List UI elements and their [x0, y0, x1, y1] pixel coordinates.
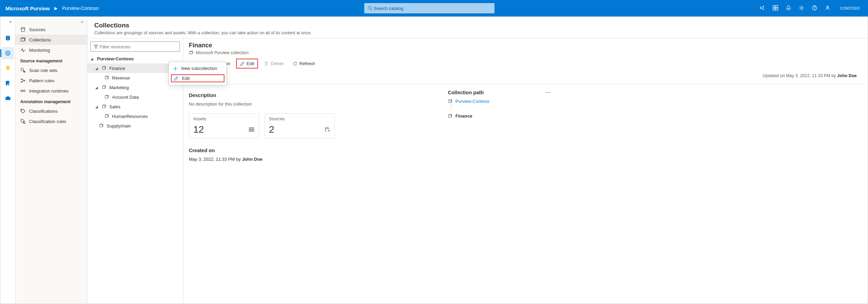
svg-point-11	[7, 52, 9, 54]
section-annotation-management: Annotation management	[15, 96, 87, 106]
svg-line-1	[371, 9, 372, 11]
megaphone-icon[interactable]	[760, 5, 765, 12]
rail-data-map[interactable]	[2, 32, 14, 44]
ctx-edit[interactable]: Edit	[171, 74, 224, 82]
tree-label: Marketing	[109, 85, 129, 90]
collection-icon	[102, 85, 107, 90]
svg-rect-34	[249, 127, 254, 131]
panel-collapse-icon[interactable]: ‹‹	[15, 17, 87, 24]
svg-rect-5	[776, 8, 778, 10]
nav-sources[interactable]: Sources	[15, 24, 87, 35]
collection-icon	[99, 123, 104, 128]
nav-integration-runtimes[interactable]: Integration runtimes	[15, 86, 87, 96]
card-label: Sources	[269, 117, 330, 121]
svg-rect-28	[102, 86, 105, 89]
tree-label: Finance	[109, 66, 125, 71]
svg-point-6	[801, 7, 802, 8]
page-title: Collections	[94, 22, 861, 29]
nav-label: Scan rule sets	[29, 68, 57, 73]
svg-rect-37	[449, 115, 451, 117]
delete-button: Delete	[261, 59, 287, 68]
nav-pattern-rules[interactable]: Pattern rules	[15, 75, 87, 86]
sources-icon	[20, 27, 26, 32]
updated-text: Updated on May 3, 2022, 11:33 PM by John…	[763, 73, 857, 78]
page-subtitle: Collections are groupings of sources and…	[94, 31, 861, 35]
cmd-label: Refresh	[299, 61, 315, 66]
collection-icon	[448, 99, 453, 104]
refresh-button[interactable]: Refresh	[290, 59, 318, 68]
detail-type: Microsoft Purview collection	[196, 50, 248, 55]
svg-point-23	[24, 90, 25, 92]
created-body: May 3, 2022, 11:33 PM by John Doe	[189, 157, 436, 162]
tree-row-human-resources[interactable]: HumanResources	[87, 111, 183, 121]
rail-expand-icon[interactable]: »	[0, 19, 15, 29]
nav-classification-rules[interactable]: Classification rules	[15, 116, 87, 126]
nav-label: Sources	[29, 27, 46, 32]
tag-icon	[20, 108, 26, 114]
nav-scan-rule-sets[interactable]: Scan rule sets	[15, 65, 87, 75]
nav-label: Collections	[29, 37, 51, 42]
created-label: Created on	[189, 148, 436, 153]
description-label: Description	[189, 93, 436, 98]
rail-policy[interactable]	[2, 77, 14, 89]
path-connector	[451, 104, 551, 110]
collections-icon	[20, 37, 26, 42]
path-link[interactable]: Purview-Contoso	[455, 99, 489, 104]
search-input[interactable]	[374, 6, 491, 11]
scan-icon	[20, 68, 26, 73]
caret-down-icon[interactable]: ◢	[94, 66, 99, 70]
collection-icon	[105, 95, 109, 99]
more-icon[interactable]: ···	[546, 90, 551, 95]
feedback-icon[interactable]	[825, 5, 830, 12]
help-icon[interactable]	[812, 5, 817, 12]
path-root[interactable]: Purview-Contoso	[448, 99, 551, 104]
tree-label: Supplychain	[107, 123, 131, 129]
tree-row-sales[interactable]: ◢ Sales	[87, 102, 183, 111]
collection-icon	[189, 50, 194, 55]
edit-button[interactable]: Edit	[236, 59, 258, 69]
rail-data-catalog[interactable]	[2, 47, 14, 59]
tree-row-supplychain[interactable]: Supplychain	[87, 121, 183, 131]
filter-box[interactable]	[90, 41, 180, 52]
refresh-icon	[293, 61, 297, 66]
monitoring-icon	[20, 47, 26, 53]
tree-label: Sales	[109, 104, 121, 109]
nav-label: Monitoring	[29, 48, 50, 53]
tree-row-account-data[interactable]: Account Data	[87, 92, 183, 102]
cmd-label: Delete	[271, 61, 284, 66]
nav-collections[interactable]: Collections	[15, 35, 87, 45]
bell-icon[interactable]	[786, 5, 791, 12]
pencil-icon	[240, 61, 245, 66]
svg-point-9	[827, 6, 829, 8]
nav-label: Pattern rules	[29, 78, 54, 83]
database-icon	[324, 126, 330, 133]
nav-label: Classification rules	[29, 119, 66, 124]
caret-down-icon[interactable]: ◢	[94, 86, 99, 89]
tree-label: Account Data	[112, 95, 139, 100]
ctx-label: New subcollection	[181, 66, 217, 71]
svg-point-8	[815, 9, 815, 9]
ctx-new-subcollection[interactable]: New subcollection	[169, 63, 227, 73]
caret-down-icon[interactable]: ◢	[89, 57, 94, 61]
context-menu: New subcollection Edit	[169, 62, 227, 85]
workspace-name[interactable]: Purview-Contoso	[62, 5, 99, 11]
nav-rail: »	[0, 17, 15, 303]
rail-insights[interactable]	[2, 62, 14, 74]
svg-rect-29	[105, 96, 108, 98]
grid-icon[interactable]	[773, 5, 778, 12]
collection-icon	[102, 66, 107, 71]
tenant-label[interactable]: CONTOSO	[840, 6, 860, 10]
search-box[interactable]	[364, 3, 494, 13]
filter-input[interactable]	[100, 44, 177, 49]
svg-point-35	[325, 127, 328, 129]
nav-classifications[interactable]: Classifications	[15, 106, 87, 116]
rail-management[interactable]	[2, 92, 14, 105]
sources-card[interactable]: Sources 2	[265, 113, 335, 138]
gear-icon[interactable]	[799, 5, 804, 12]
assets-card[interactable]: Assets 12	[189, 113, 259, 138]
nav-monitoring[interactable]: Monitoring	[15, 45, 87, 55]
collection-icon	[105, 114, 109, 119]
svg-rect-3	[776, 5, 778, 8]
caret-down-icon[interactable]: ◢	[94, 105, 99, 109]
tree-label: Revenue	[112, 75, 130, 81]
